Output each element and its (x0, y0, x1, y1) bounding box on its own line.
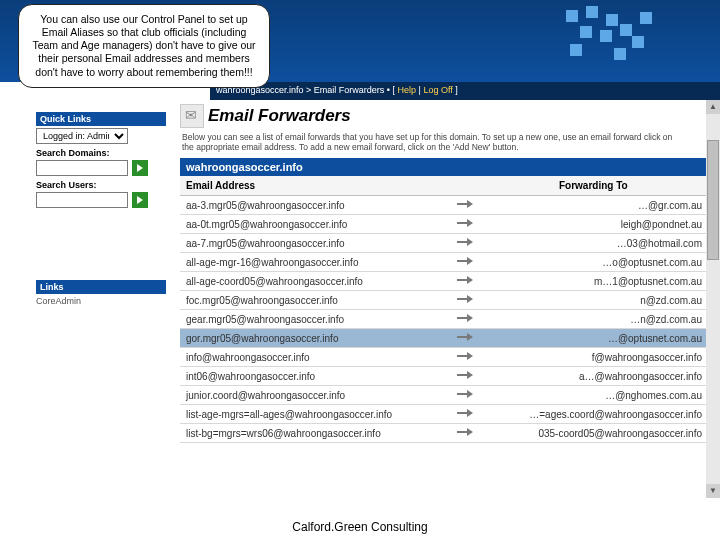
arrow-icon (451, 405, 479, 424)
intro-text: Below you can see a list of email forwar… (182, 132, 682, 152)
table-row[interactable]: foc.mgr05@wahroongasoccer.infon@zd.com.a… (180, 291, 708, 310)
links-header: Links (36, 280, 166, 294)
cell-email: gear.mgr05@wahroongasoccer.info (180, 310, 451, 329)
forwarders-table: Email Address Forwarding To aa-3.mgr05@w… (180, 176, 708, 443)
cell-forwarding: 035-coord05@wahroongasoccer.info (479, 424, 708, 443)
scrollbar-thumb[interactable] (707, 140, 719, 260)
cell-forwarding: …o@optusnet.com.au (479, 253, 708, 272)
table-row[interactable]: gear.mgr05@wahroongasoccer.info…n@zd.com… (180, 310, 708, 329)
logged-in-select[interactable]: Logged in: Admin (36, 128, 128, 144)
arrow-icon (451, 386, 479, 405)
table-row[interactable]: aa-3.mgr05@wahroongasoccer.info…@gr.com.… (180, 196, 708, 215)
arrow-icon (451, 310, 479, 329)
cell-forwarding: n@zd.com.au (479, 291, 708, 310)
table-row[interactable]: all-age-coord05@wahroongasoccer.infom…1@… (180, 272, 708, 291)
arrow-icon (451, 348, 479, 367)
cell-forwarding: …n@zd.com.au (479, 310, 708, 329)
vertical-scrollbar[interactable]: ▲ ▼ (706, 100, 720, 498)
search-domains-input[interactable] (36, 160, 128, 176)
sidebar: Quick Links Logged in: Admin Search Doma… (36, 106, 166, 306)
table-row[interactable]: junior.coord@wahroongasoccer.info…@nghom… (180, 386, 708, 405)
main-content: Email Forwarders Below you can see a lis… (180, 104, 708, 500)
search-users-go[interactable] (132, 192, 148, 208)
search-users-input[interactable] (36, 192, 128, 208)
callout-tooltip: You can also use our Control Panel to se… (18, 4, 270, 88)
cell-forwarding: …@optusnet.com.au (479, 329, 708, 348)
cell-forwarding: …@gr.com.au (479, 196, 708, 215)
search-domains-label: Search Domains: (36, 148, 166, 158)
cell-forwarding: …@nghomes.com.au (479, 386, 708, 405)
banner-graphic (560, 6, 680, 64)
arrow-icon (451, 329, 479, 348)
col-email-address: Email Address (180, 176, 451, 196)
email-forwarders-icon (180, 104, 204, 128)
table-row[interactable]: aa-7.mgr05@wahroongasoccer.info…03@hotma… (180, 234, 708, 253)
cell-forwarding: leigh@pondnet.au (479, 215, 708, 234)
arrow-icon (451, 234, 479, 253)
cell-email: aa-3.mgr05@wahroongasoccer.info (180, 196, 451, 215)
cell-email: aa-0t.mgr05@wahroongasoccer.info (180, 215, 451, 234)
scroll-up-arrow[interactable]: ▲ (706, 100, 720, 114)
breadcrumb: wahroongasoccer.info > Email Forwarders … (210, 82, 720, 100)
table-row[interactable]: list-age-mgrs=all-ages@wahroongasoccer.i… (180, 405, 708, 424)
cell-forwarding: …03@hotmail.com (479, 234, 708, 253)
cell-email: gor.mgr05@wahroongasoccer.info (180, 329, 451, 348)
quick-links-header: Quick Links (36, 112, 166, 126)
help-link[interactable]: Help (398, 85, 417, 95)
cell-email: all-age-mgr-16@wahroongasoccer.info (180, 253, 451, 272)
table-row[interactable]: gor.mgr05@wahroongasoccer.info…@optusnet… (180, 329, 708, 348)
table-row[interactable]: all-age-mgr-16@wahroongasoccer.info…o@op… (180, 253, 708, 272)
table-row[interactable]: aa-0t.mgr05@wahroongasoccer.infoleigh@po… (180, 215, 708, 234)
cell-email: all-age-coord05@wahroongasoccer.info (180, 272, 451, 291)
arrow-icon (451, 367, 479, 386)
arrow-icon (451, 272, 479, 291)
cell-email: aa-7.mgr05@wahroongasoccer.info (180, 234, 451, 253)
arrow-icon (451, 253, 479, 272)
cell-forwarding: f@wahroongasoccer.info (479, 348, 708, 367)
search-domains-go[interactable] (132, 160, 148, 176)
arrow-icon (451, 291, 479, 310)
cell-email: foc.mgr05@wahroongasoccer.info (180, 291, 451, 310)
search-users-label: Search Users: (36, 180, 166, 190)
arrow-icon (451, 424, 479, 443)
logoff-link[interactable]: Log Off (423, 85, 452, 95)
page-title: Email Forwarders (208, 106, 351, 126)
footer-brand: Calford.Green Consulting (0, 520, 720, 534)
cell-forwarding: a…@wahroongasoccer.info (479, 367, 708, 386)
table-row[interactable]: list-bg=mgrs=wrs06@wahroongasoccer.info0… (180, 424, 708, 443)
sidebar-link-coreadmin[interactable]: CoreAdmin (36, 296, 166, 306)
table-row[interactable]: int06@wahroongasoccer.infoa…@wahroongaso… (180, 367, 708, 386)
col-arrow (451, 176, 479, 196)
cell-email: junior.coord@wahroongasoccer.info (180, 386, 451, 405)
col-forwarding-to: Forwarding To (479, 176, 708, 196)
cell-email: info@wahroongasoccer.info (180, 348, 451, 367)
arrow-icon (451, 196, 479, 215)
cell-email: list-age-mgrs=all-ages@wahroongasoccer.i… (180, 405, 451, 424)
breadcrumb-end: ] (455, 85, 458, 95)
table-row[interactable]: info@wahroongasoccer.infof@wahroongasocc… (180, 348, 708, 367)
cell-email: list-bg=mgrs=wrs06@wahroongasoccer.info (180, 424, 451, 443)
cell-forwarding: m…1@optusnet.com.au (479, 272, 708, 291)
scroll-down-arrow[interactable]: ▼ (706, 484, 720, 498)
arrow-icon (451, 215, 479, 234)
cell-email: int06@wahroongasoccer.info (180, 367, 451, 386)
domain-bar: wahroongasoccer.info (180, 158, 708, 176)
cell-forwarding: …=ages.coord@wahroongasoccer.info (479, 405, 708, 424)
